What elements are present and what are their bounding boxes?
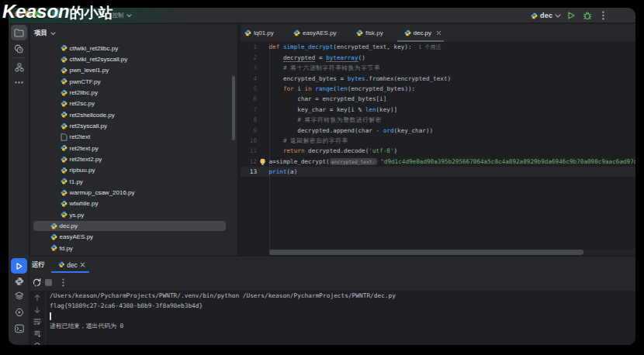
console-scrollend-icon[interactable] [33, 329, 43, 339]
more-actions-button[interactable] [597, 9, 609, 22]
more-options-button[interactable] [57, 277, 69, 288]
tree-item-label: ret2syscall.py [70, 122, 107, 129]
console-toolbar [29, 291, 46, 345]
tree-item-ret2text[interactable]: ret2text [30, 132, 237, 143]
folder-icon [14, 29, 24, 37]
hexagon-play-icon [15, 308, 24, 317]
tree-item-wtwhile.py[interactable]: wtwhile.py [30, 198, 237, 209]
tree-item-ctfwiki_ret2syscall.py[interactable]: ctfwiki_ret2syscall.py [30, 53, 237, 64]
code-text: decrypted = bytearray() [269, 53, 365, 63]
activity-bar-item-project[interactable] [11, 25, 27, 40]
activity-bar-item-python-packages[interactable] [11, 274, 27, 289]
run-configuration-selector[interactable]: dec [531, 8, 561, 23]
editor-tab-label: dec.py [414, 29, 432, 36]
editor-tab-dec.py[interactable]: dec.py [397, 24, 444, 42]
python-icon [50, 244, 57, 252]
line-number: 1 [241, 43, 257, 53]
console-up-icon[interactable] [33, 293, 43, 303]
activity-bar-item-more-tool-windows[interactable] [11, 74, 27, 90]
console-down-icon[interactable] [33, 305, 43, 315]
python-icon [356, 29, 363, 36]
tree-item-ret2syscall.py[interactable]: ret2syscall.py [30, 120, 237, 131]
tree-item-t1.py[interactable]: t1.py [30, 176, 237, 187]
code-line-12: 12a=simple_decrypt(encrypted_text: "d9d1… [241, 157, 635, 167]
python-icon [61, 100, 68, 108]
python-icon [50, 222, 57, 229]
tree-item-label: pwnCTF.py [70, 78, 101, 85]
python-icon [58, 261, 65, 268]
terminal-icon [15, 324, 24, 333]
python-icon [61, 88, 68, 96]
run-button[interactable] [565, 9, 577, 22]
tree-item-ret2libc.py[interactable]: ret2libc.py [30, 87, 237, 98]
activity-bar-item-terminal[interactable] [11, 321, 27, 336]
python-icon [293, 29, 300, 36]
tree-item-dec.py[interactable]: dec.py [30, 220, 237, 231]
intention-bulb-icon[interactable] [259, 158, 266, 166]
editor-tab-flsk.py[interactable]: flsk.py [348, 24, 397, 42]
tree-item-easyAES.py[interactable]: easyAES.py [30, 232, 237, 243]
code-text: char = encrypted_bytes[i] [269, 94, 387, 104]
tree-item-ret2text.py[interactable]: ret2text.py [30, 143, 237, 153]
tree-item-ret2sc.py[interactable]: ret2sc.py [30, 98, 237, 109]
activity-bar-item-structure[interactable] [11, 60, 27, 75]
project-panel-title: 项目 [34, 29, 47, 38]
python-icon [61, 111, 68, 119]
tree-item-ret2shellcode.py[interactable]: ret2shellcode.py [30, 109, 237, 120]
rerun-button[interactable] [31, 277, 43, 288]
console-settings-icon[interactable] [33, 341, 43, 346]
run-panel-toolbar [29, 274, 635, 291]
python-icon [61, 167, 68, 174]
project-panel-header[interactable]: 项目 [30, 24, 237, 43]
code-line-6: 6 char = encrypted_bytes[i] [241, 94, 635, 104]
debug-button[interactable] [581, 9, 594, 22]
close-icon[interactable] [80, 262, 85, 267]
code-text: # 将十六进制字符串转换为字节串 [269, 63, 381, 73]
line-number: 7 [241, 105, 257, 115]
editor-area: lq01.py easyAES.py flsk.py dec.py 1def s… [241, 24, 635, 256]
horizontal-scrollbar-thumb[interactable] [269, 250, 583, 255]
line-number: 10 [241, 136, 257, 146]
tree-item-pwn_level1.py[interactable]: pwn_level1.py [30, 65, 237, 76]
tree-item-ctfwiki_ret2libc.py[interactable]: ctfwiki_ret2libc.py [30, 43, 237, 53]
python-icon [61, 55, 68, 63]
console-line-2: flag{91809c27-2ca6-4308-b8b9-3f8a98eb3b4… [50, 301, 396, 311]
tree-item-ret2text2.py[interactable]: ret2text2.py [30, 153, 237, 164]
activity-bar-item-run[interactable] [11, 258, 27, 274]
tree-item-warmup_csaw_2016.py[interactable]: warmup_csaw_2016.py [30, 187, 237, 198]
tree-item-pwnCTF.py[interactable]: pwnCTF.py [30, 76, 237, 87]
tree-item-fd.py[interactable]: fd.py [30, 243, 237, 253]
line-number: 12 [241, 157, 257, 167]
tree-item-label: fd.py [60, 245, 73, 252]
python-icon [61, 211, 68, 219]
console-output: /Users/keason/PycharmProjects/PWNTR/.ven… [50, 291, 396, 332]
run-console[interactable]: /Users/keason/PycharmProjects/PWNTR/.ven… [29, 291, 635, 345]
tree-item-label: ret2text2.py [70, 156, 102, 163]
tree-item-label: warmup_csaw_2016.py [70, 189, 135, 196]
close-icon[interactable] [436, 30, 441, 36]
line-number: 13 [241, 167, 257, 177]
console-softwrap-icon[interactable] [33, 317, 43, 327]
play-icon [15, 262, 23, 271]
code-line-3: 3 # 将十六进制字符串转换为字节串 [241, 63, 635, 73]
activity-bar-item-pull-requests[interactable]: ? [11, 41, 27, 57]
code-editor[interactable]: 1def simple_decrypt(encrypted_text, key)… [241, 43, 635, 256]
activity-bar-item-services[interactable] [11, 288, 27, 304]
tree-item-label: ret2sc.py [70, 100, 95, 107]
file-icon [61, 133, 68, 141]
code-line-7: 7 key_char = key[i % len(key)] [241, 105, 635, 115]
stop-button[interactable] [43, 277, 54, 288]
activity-bar-item-python-console[interactable] [11, 305, 27, 320]
editor-tab-easyAES.py[interactable]: easyAES.py [285, 24, 348, 42]
tree-item-label: ret2text [70, 133, 91, 140]
vcs-widget[interactable]: 控制 [113, 8, 132, 23]
tree-item-ys.py[interactable]: ys.py [30, 209, 237, 220]
tree-item-ripbuu.py[interactable]: ripbuu.py [30, 165, 237, 176]
python-icon [531, 12, 538, 19]
watermark-text-en: Keason [2, 1, 70, 22]
project-tree-scrollbar[interactable] [232, 76, 235, 140]
run-tab-dec[interactable]: dec [51, 257, 89, 273]
editor-tab-lq01.py[interactable]: lq01.py [241, 24, 285, 42]
tree-item-label: ys.py [70, 212, 85, 219]
code-text: a=simple_decrypt(encrypted_text: "d9d1c4… [269, 157, 636, 167]
